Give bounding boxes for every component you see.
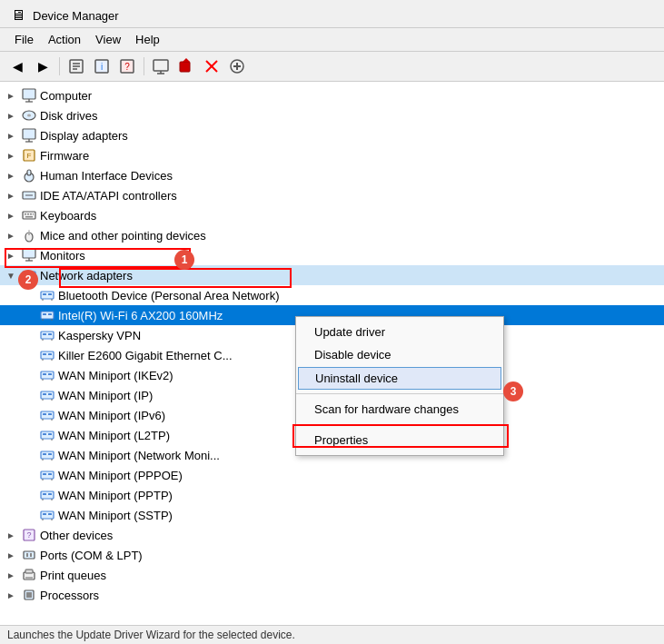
ctx-separator-1 xyxy=(296,393,503,394)
item-icon-wan-pptp xyxy=(39,487,55,503)
status-text: Launches the Update Driver Wizard for th… xyxy=(7,629,295,641)
tree-item-wan-sstp[interactable]: WAN Miniport (SSTP) xyxy=(0,505,664,525)
expander-killer xyxy=(22,348,36,362)
svg-rect-106 xyxy=(48,513,52,515)
tree-item-computer[interactable]: ►Computer xyxy=(0,85,664,105)
ctx-uninstall-device[interactable]: Uninstall device xyxy=(298,367,501,390)
svg-rect-69 xyxy=(41,372,54,379)
expander-wan-sstp xyxy=(22,508,36,522)
ctx-properties[interactable]: Properties xyxy=(296,429,503,451)
tree-item-disk-drives[interactable]: ►Disk drives xyxy=(0,105,664,125)
tree-item-ide[interactable]: ►IDE ATA/ATAPI controllers xyxy=(0,185,664,205)
svg-rect-113 xyxy=(30,553,32,557)
tree-item-wan-pptp[interactable]: WAN Miniport (PPTP) xyxy=(0,485,664,505)
expander-other-devices[interactable]: ► xyxy=(4,528,18,542)
svg-rect-76 xyxy=(48,393,52,395)
ctx-disable-device[interactable]: Disable device xyxy=(296,343,503,366)
svg-rect-116 xyxy=(25,577,33,579)
expander-network-adapters[interactable]: ▼ xyxy=(4,268,18,282)
item-icon-kaspersky xyxy=(39,327,55,343)
tree-item-monitors[interactable]: ►Monitors xyxy=(0,245,664,265)
tree-item-hid[interactable]: ►Human Interface Devices xyxy=(0,165,664,185)
display-button[interactable] xyxy=(149,54,173,78)
ctx-scan-hardware[interactable]: Scan for hardware changes xyxy=(296,398,503,421)
menu-bar: File Action View Help xyxy=(0,28,664,52)
expander-keyboards[interactable]: ► xyxy=(4,208,18,223)
expander-hid[interactable]: ► xyxy=(4,168,18,183)
properties-button[interactable] xyxy=(64,54,88,78)
item-label-other-devices: Other devices xyxy=(40,529,113,542)
svg-rect-81 xyxy=(48,413,52,415)
svg-rect-118 xyxy=(26,592,32,598)
menu-help[interactable]: Help xyxy=(128,30,167,49)
device-tree[interactable]: ►Computer►Disk drives►Display adapters►F… xyxy=(0,82,664,625)
expander-ide[interactable]: ► xyxy=(4,188,18,203)
expander-monitors[interactable]: ► xyxy=(4,248,18,263)
item-icon-mice xyxy=(21,227,37,243)
expander-display-adapters[interactable]: ► xyxy=(4,128,18,143)
tree-item-display-adapters[interactable]: ►Display adapters xyxy=(0,125,664,145)
svg-rect-94 xyxy=(41,471,54,479)
add-button[interactable] xyxy=(225,54,249,78)
item-label-wan-ip: WAN Miniport (IP) xyxy=(58,389,153,402)
item-icon-wan-ip xyxy=(39,387,55,403)
svg-rect-112 xyxy=(26,553,28,557)
context-menu: Update driver Disable device Uninstall d… xyxy=(295,316,504,456)
item-label-print-queues: Print queues xyxy=(40,569,106,582)
expander-disk-drives[interactable]: ► xyxy=(4,108,18,123)
app-icon: 🖥 xyxy=(11,7,25,24)
svg-rect-101 xyxy=(48,493,52,495)
remove-button[interactable] xyxy=(200,54,223,78)
menu-view[interactable]: View xyxy=(88,30,128,49)
svg-rect-11 xyxy=(180,62,190,72)
item-label-ports: Ports (COM & LPT) xyxy=(40,549,143,562)
svg-rect-61 xyxy=(48,333,52,335)
menu-file[interactable]: File xyxy=(7,30,41,49)
svg-rect-70 xyxy=(43,373,46,375)
item-icon-computer xyxy=(21,87,37,104)
expander-ports[interactable]: ► xyxy=(4,548,18,562)
item-label-killer: Killer E2600 Gigabit Ethernet C... xyxy=(58,349,233,362)
expander-wan-l2tp xyxy=(22,428,36,442)
title-bar: 🖥 Device Manager xyxy=(0,0,664,28)
tree-item-wan-pppoe[interactable]: WAN Miniport (PPPOE) xyxy=(0,465,664,485)
svg-rect-18 xyxy=(23,89,35,99)
item-icon-wan-l2tp xyxy=(39,427,55,443)
update-driver-button[interactable]: i xyxy=(90,54,114,78)
expander-processors[interactable]: ► xyxy=(4,588,18,602)
tree-item-print-queues[interactable]: ►Print queues xyxy=(0,565,664,585)
svg-rect-34 xyxy=(27,213,29,215)
svg-rect-54 xyxy=(41,312,54,319)
item-icon-display-adapters xyxy=(21,127,37,144)
expander-wan-ikev2 xyxy=(22,368,36,382)
tree-item-mice[interactable]: ►Mice and other pointing devices xyxy=(0,225,664,245)
expander-print-queues[interactable]: ► xyxy=(4,568,18,582)
expander-firmware[interactable]: ► xyxy=(4,148,18,163)
tree-item-bluetooth[interactable]: Bluetooth Device (Personal Area Network) xyxy=(0,285,664,305)
tree-item-keyboards[interactable]: ►Keyboards xyxy=(0,205,664,225)
ctx-update-driver[interactable]: Update driver xyxy=(296,321,503,343)
svg-rect-59 xyxy=(41,332,54,339)
expander-computer[interactable]: ► xyxy=(4,88,18,103)
tree-item-other-devices[interactable]: ►?Other devices xyxy=(0,525,664,545)
menu-action[interactable]: Action xyxy=(41,30,88,49)
item-icon-processors xyxy=(21,587,37,603)
tree-item-ports[interactable]: ►Ports (COM & LPT) xyxy=(0,545,664,565)
app-title: Device Manager xyxy=(33,9,119,23)
forward-button[interactable]: ▶ xyxy=(31,54,55,78)
expander-intel-wifi xyxy=(22,308,36,322)
svg-rect-80 xyxy=(43,413,46,415)
item-label-wan-l2tp: WAN Miniport (L2TP) xyxy=(58,429,170,442)
svg-rect-86 xyxy=(48,433,52,435)
item-label-wan-pppoe: WAN Miniport (PPPOE) xyxy=(58,469,183,482)
item-icon-other-devices: ? xyxy=(21,527,37,543)
back-button[interactable]: ◀ xyxy=(5,54,29,78)
item-icon-wan-netmon xyxy=(39,447,55,463)
scan-button[interactable] xyxy=(174,54,198,78)
help-button[interactable]: ? xyxy=(115,54,139,78)
tree-item-processors[interactable]: ►Processors xyxy=(0,585,664,605)
expander-mice[interactable]: ► xyxy=(4,228,18,243)
tree-item-network-adapters[interactable]: ▼Network adapters xyxy=(0,265,664,285)
svg-rect-39 xyxy=(28,232,30,235)
tree-item-firmware[interactable]: ►FFirmware xyxy=(0,145,664,165)
